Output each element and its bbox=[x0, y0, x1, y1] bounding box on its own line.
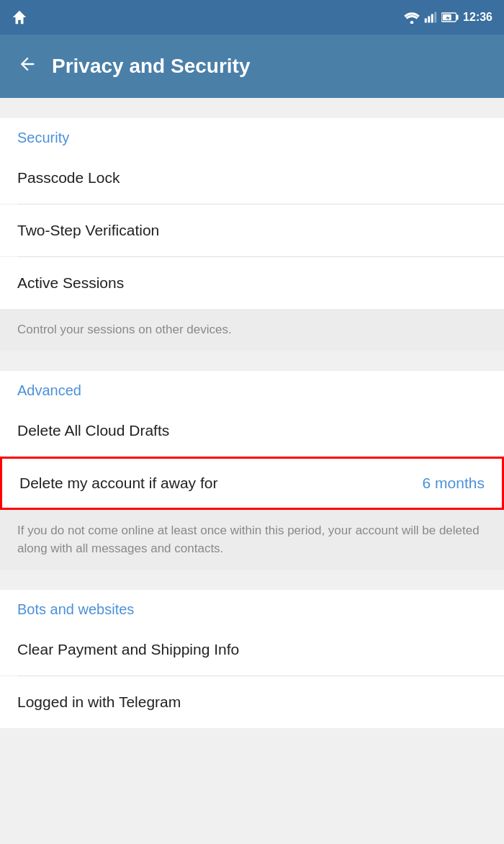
battery-icon bbox=[441, 11, 459, 24]
passcode-lock-label: Passcode Lock bbox=[17, 169, 120, 187]
advanced-header-label: Advanced bbox=[17, 382, 81, 398]
svg-rect-3 bbox=[431, 14, 433, 23]
delete-cloud-drafts-label: Delete All Cloud Drafts bbox=[17, 422, 169, 439]
svg-rect-6 bbox=[456, 15, 459, 20]
signal-icon bbox=[424, 11, 437, 24]
active-sessions-item[interactable]: Active Sessions bbox=[0, 257, 504, 309]
security-header-label: Security bbox=[17, 130, 69, 145]
status-bar: 12:36 bbox=[0, 0, 504, 35]
security-section-header: Security bbox=[0, 118, 504, 152]
bots-section-header: Bots and websites bbox=[0, 590, 504, 624]
svg-rect-2 bbox=[428, 17, 430, 23]
wifi-icon bbox=[404, 11, 420, 24]
two-step-label: Two-Step Verification bbox=[17, 222, 159, 239]
back-button[interactable] bbox=[17, 54, 37, 78]
svg-rect-4 bbox=[434, 12, 436, 23]
status-bar-left bbox=[12, 9, 27, 25]
status-bar-right: 12:36 bbox=[404, 11, 492, 24]
active-sessions-description-text: Control your sessions on other devices. bbox=[17, 323, 232, 336]
delete-account-value: 6 months bbox=[423, 475, 485, 492]
page-title: Privacy and Security bbox=[52, 55, 250, 78]
svg-rect-1 bbox=[425, 19, 427, 23]
delete-account-item[interactable]: Delete my account if away for 6 months bbox=[0, 457, 504, 510]
status-time: 12:36 bbox=[463, 11, 492, 24]
nav-icon bbox=[12, 9, 27, 25]
delete-account-description-text: If you do not come online at least once … bbox=[17, 524, 480, 556]
advanced-section-header: Advanced bbox=[0, 371, 504, 405]
passcode-lock-item[interactable]: Passcode Lock bbox=[0, 152, 504, 204]
clear-payment-item[interactable]: Clear Payment and Shipping Info bbox=[0, 624, 504, 675]
section-gap-1 bbox=[0, 98, 504, 118]
clear-payment-label: Clear Payment and Shipping Info bbox=[17, 641, 239, 658]
active-sessions-description: Control your sessions on other devices. bbox=[0, 309, 504, 351]
bots-header-label: Bots and websites bbox=[17, 601, 134, 617]
delete-cloud-drafts-item[interactable]: Delete All Cloud Drafts bbox=[0, 405, 504, 457]
section-gap-2 bbox=[0, 351, 504, 371]
svg-point-0 bbox=[410, 21, 414, 24]
logged-in-telegram-item[interactable]: Logged in with Telegram bbox=[0, 676, 504, 728]
two-step-verification-item[interactable]: Two-Step Verification bbox=[0, 205, 504, 256]
active-sessions-label: Active Sessions bbox=[17, 274, 124, 292]
delete-account-label: Delete my account if away for bbox=[19, 475, 217, 492]
app-bar: Privacy and Security bbox=[0, 35, 504, 98]
logged-in-telegram-label: Logged in with Telegram bbox=[17, 693, 181, 711]
delete-account-description: If you do not come online at least once … bbox=[0, 510, 504, 570]
section-gap-3 bbox=[0, 570, 504, 590]
content: Security Passcode Lock Two-Step Verifica… bbox=[0, 98, 504, 728]
